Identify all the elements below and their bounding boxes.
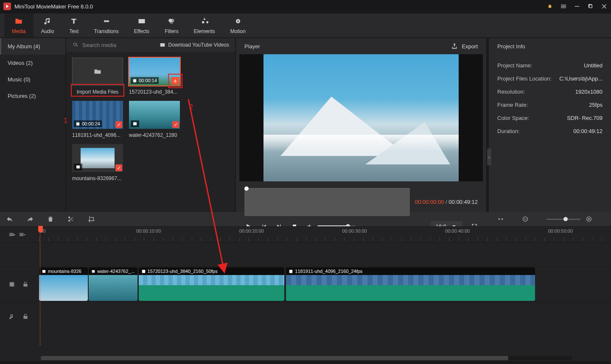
media-item[interactable]: ✓ mountains-8326967... (72, 144, 123, 181)
tab-filters[interactable]: Filters (157, 14, 186, 37)
sidebar-item-pictures[interactable]: Pictures (2) (0, 88, 65, 104)
player-viewport[interactable] (239, 54, 483, 181)
clip[interactable]: 1181911-uhd_4096_2160_24fps (286, 267, 535, 301)
player-panel: Player Export 00:00:00:00 / 00:00:49:12 (236, 38, 486, 212)
unlock-icon[interactable] (22, 281, 29, 288)
add-track-icon[interactable] (8, 231, 15, 238)
folder-icon (93, 67, 102, 76)
tab-label: Elements (194, 28, 215, 34)
zoom-in-button[interactable] (586, 216, 592, 222)
timeline-ruler[interactable]: :00 00:00:10:00 00:00:20:00 00:00:30:00 … (0, 226, 611, 242)
tab-label: Motion (230, 28, 246, 34)
upgrade-icon[interactable] (547, 3, 553, 10)
time-display: 00:00:00:00 / 00:00:49:12 (415, 199, 478, 205)
filters-icon (167, 17, 176, 27)
svg-point-2 (170, 20, 173, 24)
tab-audio[interactable]: Audio (34, 14, 62, 37)
crop-button[interactable] (87, 215, 95, 223)
tab-effects[interactable]: Effects (126, 14, 157, 37)
media-item[interactable]: ✓ water-4243762_1280 (129, 101, 180, 138)
svg-point-4 (237, 20, 238, 22)
info-val: 25fps (589, 102, 603, 108)
undo-button[interactable] (6, 215, 14, 223)
playhead[interactable] (40, 227, 40, 345)
info-val: Untitled (584, 62, 603, 69)
tab-label: Media (12, 28, 26, 34)
auto-fit-button[interactable] (497, 216, 504, 222)
tab-elements[interactable]: Elements (186, 14, 223, 37)
image-icon (132, 121, 137, 126)
maximize-icon[interactable] (587, 3, 594, 10)
delete-button[interactable] (47, 215, 54, 223)
remove-track-icon[interactable] (19, 231, 25, 238)
split-button[interactable] (67, 215, 75, 223)
tab-label: Text (69, 28, 78, 34)
collapse-panel-button[interactable]: › (487, 148, 491, 165)
title-bar: MiniTool MovieMaker Free 8.0.0 (0, 0, 611, 13)
info-val: 1920x1080 (575, 89, 603, 95)
media-item[interactable]: 00:00:24 ✓ 1181911-uhd_4096... (72, 101, 123, 138)
clip[interactable]: mountains-8326 (39, 267, 88, 301)
zoom-slider[interactable] (547, 219, 580, 220)
info-key: Duration: (497, 128, 520, 134)
redo-button[interactable] (26, 215, 34, 223)
search-placeholder: Search media (82, 42, 116, 48)
video-track: mountains-8326 water-4243762_... 1572012… (0, 266, 611, 302)
app-title: MiniTool MovieMaker Free 8.0.0 (14, 3, 547, 10)
info-val: C:\Users\bj\App... (559, 75, 603, 82)
sidebar-item-myalbum[interactable]: My Album (4) (0, 38, 65, 55)
tab-media[interactable]: Media (4, 14, 34, 37)
top-tabs: Media Audio Text Transitions Effects Fil… (0, 13, 611, 38)
download-label: Download YouTube Videos (168, 42, 229, 48)
scrub-bar[interactable] (244, 187, 410, 216)
timeline: :00 00:00:10:00 00:00:20:00 00:00:30:00 … (0, 212, 611, 361)
film-icon (141, 269, 146, 274)
clip[interactable]: water-4243762_... (89, 267, 137, 301)
media-item[interactable]: 00:00:14 + 15720123-uhd_384... (129, 58, 180, 95)
info-val: SDR- Rec.709 (567, 115, 603, 121)
elements-icon (200, 17, 209, 27)
media-duration: 00:00:14 (131, 77, 159, 84)
tab-label: Effects (134, 28, 149, 34)
effects-icon (137, 17, 146, 27)
unlock-icon[interactable] (22, 313, 29, 320)
project-info-header: Project Info (489, 38, 611, 55)
youtube-icon (159, 42, 166, 48)
clip[interactable]: 15720123-uhd_3840_2160_50fps (139, 267, 285, 301)
search-input[interactable]: Search media (72, 42, 155, 48)
minimize-icon[interactable] (574, 3, 580, 10)
music-icon (43, 17, 52, 27)
tab-transitions[interactable]: Transitions (86, 14, 126, 37)
audio-track (0, 302, 611, 331)
project-info-panel: Project Info Project Name:Untitled Proje… (489, 38, 611, 212)
app-logo (3, 3, 11, 10)
export-button[interactable]: Export (451, 42, 478, 50)
tab-label: Audio (41, 28, 54, 34)
media-name: 15720123-uhd_384... (129, 89, 180, 95)
image-icon (91, 269, 95, 274)
download-youtube-button[interactable]: Download YouTube Videos (159, 42, 229, 48)
close-icon[interactable] (601, 3, 608, 10)
import-media-tile[interactable]: Import Media Files (72, 58, 123, 95)
tab-label: Filters (165, 28, 179, 34)
sidebar-item-music[interactable]: Music (0) (0, 71, 65, 88)
folder-icon (14, 17, 23, 27)
sidebar-item-videos[interactable]: Videos (2) (0, 55, 65, 71)
info-key: Color Space: (497, 115, 529, 121)
audio-track-icon (8, 313, 15, 320)
callout-2: 2 (189, 103, 193, 111)
info-key: Resolution: (497, 89, 525, 95)
info-key: Project Name: (497, 62, 532, 69)
zoom-out-button[interactable] (522, 216, 529, 222)
horizontal-scrollbar[interactable] (41, 356, 572, 360)
export-icon (451, 42, 458, 50)
film-icon (76, 122, 80, 126)
tab-text[interactable]: Text (62, 14, 86, 37)
check-icon: ✓ (115, 121, 122, 128)
picture-badge (74, 164, 82, 170)
tab-motion[interactable]: Motion (223, 14, 253, 37)
menu-icon[interactable] (560, 3, 567, 10)
player-label: Player (244, 43, 260, 50)
image-icon (76, 164, 81, 169)
info-key: Frame Rate: (497, 102, 528, 108)
